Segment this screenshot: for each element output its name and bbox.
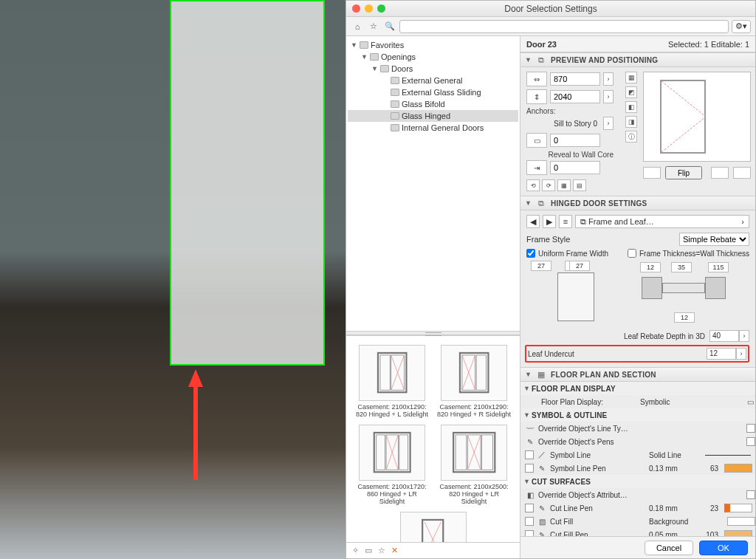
thumbnail-grid[interactable]: Casement: 2100x1290: 820 Hinged + L Side… [346, 335, 520, 542]
titlebar[interactable]: Door Selection Settings [346, 1, 755, 17]
library-thumb[interactable]: Casement: 2100x1720: 860 Hinged + LR Sid… [354, 425, 430, 506]
leaf-undercut-step[interactable]: › [736, 348, 746, 360]
width-input[interactable] [550, 72, 600, 86]
view-section-icon[interactable]: ◨ [625, 116, 637, 128]
view-3d-icon[interactable]: ▦ [625, 72, 637, 83]
flip-button[interactable]: Flip [665, 166, 702, 179]
uniform-check[interactable]: Uniform Frame Width [526, 249, 608, 258]
star-icon[interactable]: ☆ [367, 20, 380, 33]
prev-page-button[interactable]: ◀ [526, 215, 540, 228]
leaf-undercut-input[interactable]: 12 [707, 348, 736, 360]
svg-line-27 [662, 117, 706, 152]
svg-rect-23 [422, 520, 443, 542]
door-icon: ⧉ [536, 55, 546, 65]
back-icon[interactable]: ⌂ [351, 20, 364, 33]
view-elev-icon[interactable]: ◩ [625, 86, 637, 98]
frame-style-label: Frame Style [526, 235, 570, 244]
hinged-icon: ⧉ [536, 199, 546, 208]
object-header: Door 23 Selected: 1 Editable: 1 [520, 36, 755, 52]
sill-icon: ▭ [526, 133, 547, 148]
library-thumb[interactable]: Casement: 2100x2500: 820 Hinged + LR Sid… [436, 425, 512, 506]
door-3d-outline [170, 0, 325, 366]
tree-favorites[interactable]: ▼Favorites [348, 39, 518, 51]
search-icon[interactable]: 🔍 [383, 20, 396, 33]
gear-menu[interactable]: ⚙︎▾ [732, 20, 751, 33]
library-thumb[interactable]: Casement: 2100x1290: 820 Hinged + R Side… [436, 345, 512, 419]
library-tree[interactable]: ▼Favorites ▼Openings ▼Doors External Gen… [346, 36, 520, 137]
info-icon[interactable]: ⓘ [625, 131, 637, 143]
reveal-input[interactable] [550, 161, 600, 174]
tree-openings[interactable]: ▼Openings [348, 51, 518, 63]
annotation-arrow [188, 369, 203, 480]
plan-icon: ▦ [536, 370, 546, 380]
tree-item[interactable]: Glass Bifold [348, 98, 518, 110]
rot-icon[interactable]: ▦ [557, 179, 571, 191]
width-step[interactable]: › [603, 72, 614, 86]
cut-line-pen-row[interactable]: ✎Cut Line Pen0.18 mm23 [520, 501, 755, 515]
pin-icon[interactable]: ☆ [378, 546, 385, 555]
next-page-button[interactable]: ▶ [543, 215, 556, 228]
section-preview: ⇔› ⇕› Anchors: Sill to Story 0› ▭ Reveal… [520, 67, 755, 196]
section-hinged: ◀ ▶ ≡ ⧉ Frame and Leaf…› Frame Style Sim… [520, 210, 755, 367]
swing-icon[interactable] [643, 167, 661, 179]
section-preview-header[interactable]: ▼⧉ PREVIEW AND POSITIONING [520, 52, 755, 67]
rot-icon[interactable]: ⟲ [526, 179, 540, 191]
reveal-icon: ⇥ [526, 160, 547, 175]
frame-style-select[interactable]: Simple Rebate [679, 233, 749, 246]
library-thumb[interactable]: CI Tools Door [395, 512, 472, 542]
cancel-button[interactable]: Cancel [645, 541, 693, 555]
favorites-toolbar: ⌂ ☆ 🔍 ⚙︎▾ [346, 17, 755, 36]
rot-icon[interactable]: ⟳ [542, 179, 555, 191]
override-linetype-row[interactable]: 〰Override Object's Line Ty… [520, 422, 755, 435]
override-pens-row[interactable]: ✎Override Object's Pens [520, 435, 755, 448]
folder-icon[interactable]: ▭ [365, 546, 372, 555]
mirror-v-icon[interactable] [733, 167, 751, 179]
delete-icon[interactable]: ✕ [391, 546, 398, 555]
anchors-label: Anchors: [526, 107, 614, 115]
section-fps-header[interactable]: ▼▦ FLOOR PLAN AND SECTION [520, 367, 755, 382]
ok-button[interactable]: OK [699, 541, 748, 555]
symbol-line-pen-row[interactable]: ✎Symbol Line Pen0.13 mm63 [520, 462, 755, 475]
leaf-rebate-input[interactable]: 40 [709, 330, 739, 342]
svg-rect-6 [460, 353, 488, 392]
rot-icon[interactable]: ▤ [573, 179, 586, 191]
page-dropdown[interactable]: ⧉ Frame and Leaf…› [575, 215, 749, 228]
tree-item-selected[interactable]: Glass Hinged [348, 110, 518, 122]
tree-doors[interactable]: ▼Doors [348, 63, 518, 75]
mirror-h-icon[interactable] [711, 167, 729, 179]
settings-dialog: Door Selection Settings ⌂ ☆ 🔍 ⚙︎▾ ▼Favor… [346, 0, 756, 559]
svg-marker-0 [188, 369, 203, 480]
library-thumb[interactable]: Casement: 2100x1290: 820 Hinged + L Side… [354, 345, 430, 419]
svg-rect-8 [476, 355, 486, 390]
cut-fill-pen-row[interactable]: ✎Cut Fill Pen0.05 mm103 [520, 528, 755, 536]
leaf-rebate-step[interactable]: › [739, 330, 749, 342]
thickness-check[interactable]: Frame Thickness=Wall Thickness [628, 249, 749, 258]
window-title: Door Selection Settings [346, 4, 755, 14]
search-input[interactable] [399, 20, 729, 33]
cut-fill-row[interactable]: ▨Cut FillBackground [520, 515, 755, 528]
svg-line-25 [425, 522, 441, 542]
svg-rect-18 [456, 435, 467, 470]
section-hinged-header[interactable]: ▼⧉ HINGED DOOR SETTINGS [520, 196, 755, 210]
split-handle[interactable] [346, 331, 520, 335]
fpd-row[interactable]: Floor Plan Display:Symbolic▭ [520, 395, 755, 408]
library-panel: ▼Favorites ▼Openings ▼Doors External Gen… [346, 36, 520, 558]
tree-item[interactable]: External Glass Sliding [348, 86, 518, 98]
sill-step[interactable]: › [603, 117, 614, 130]
selection-status: Selected: 1 Editable: 1 [668, 40, 749, 49]
height-input[interactable] [550, 90, 600, 103]
tree-item[interactable]: Internal General Doors [348, 122, 518, 134]
frame-diagram-section: 12 35 115 12 [637, 261, 749, 327]
symbol-line-row[interactable]: ／Symbol LineSolid Line [520, 448, 755, 462]
popup-icon: ▭ [745, 398, 755, 406]
sill-input[interactable] [550, 134, 600, 147]
object-name: Door 23 [526, 40, 557, 49]
settings-panel: Door 23 Selected: 1 Editable: 1 ▼⧉ PREVI… [520, 36, 755, 558]
new-fav-icon[interactable]: ✧ [352, 546, 359, 555]
page-menu-icon[interactable]: ≡ [559, 215, 572, 228]
tree-item[interactable]: External General [348, 75, 518, 86]
view-plan-icon[interactable]: ◧ [625, 101, 637, 113]
override-attr-row[interactable]: ◧Override Object's Attribut… [520, 488, 755, 501]
height-step[interactable]: › [603, 90, 614, 103]
dialog-footer: Cancel OK [520, 536, 755, 558]
